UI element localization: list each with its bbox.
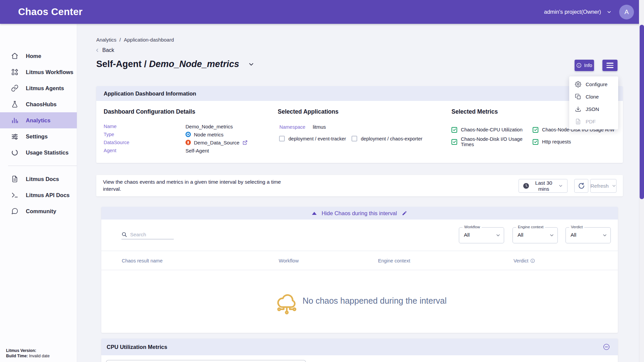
collapse-minus-icon[interactable] (603, 344, 610, 350)
info-circle-icon[interactable] (530, 258, 535, 263)
refresh-button[interactable] (574, 179, 588, 193)
namespace-value: litmus (313, 124, 326, 130)
chevron-down-icon (602, 233, 607, 238)
metric-checkbox-disk-times[interactable]: Chaos-Node-Disk I/O Usage Times (451, 136, 533, 147)
verdict-filter-value: All (571, 232, 576, 238)
engine-context-filter-label: Engine context (516, 225, 545, 229)
sidebar-item-settings[interactable]: Settings (0, 128, 77, 144)
sidebar-item-label: Analytics (26, 117, 50, 124)
version-info: Litmus Version: Build Time: Invalid date (6, 348, 50, 359)
version-label: Litmus Version: (6, 348, 36, 353)
app-checkbox-event-tracker[interactable]: deployment / event-tracker (279, 136, 346, 141)
verdict-filter[interactable]: Verdict All (566, 227, 611, 243)
config-row-name: Name Demo_Node_metrics (104, 122, 248, 130)
sidebar-item-chaoshubs[interactable]: ChaosHubs (0, 96, 77, 112)
menu-item-configure[interactable]: Configure (569, 78, 618, 90)
page-scrollbar[interactable] (639, 0, 644, 362)
checkbox-checked-icon (533, 139, 538, 145)
config-row-datasource: DataSource Demo_Data_Source (104, 138, 248, 146)
config-row-type: Type Node metrics (104, 130, 248, 138)
back-button[interactable]: Back (95, 47, 114, 53)
sidebar-item-litmus-api-docs[interactable]: Litmus API Docs (0, 187, 77, 203)
column-chaos-result-name: Chaos result name (122, 258, 163, 263)
page-title: Self-Agent / Demo_Node_metrics (96, 59, 239, 69)
search-field[interactable] (121, 232, 174, 239)
menu-item-label: JSON (586, 106, 599, 112)
sidebar-item-label: Usage Statistics (26, 149, 68, 156)
configuration-rows: Name Demo_Node_metrics Type Node metrics… (104, 122, 248, 155)
dashboard-info-title: Application Dashboard Information (104, 90, 196, 97)
name-label: Name (104, 124, 185, 129)
dashboard-info-panel: Application Dashboard Information Dashbo… (96, 86, 623, 163)
menu-item-clone[interactable]: Clone (569, 90, 618, 103)
type-value: Node metrics (194, 132, 223, 137)
download-icon (575, 106, 581, 112)
terminal-icon (11, 191, 18, 199)
time-range-selector[interactable]: Last 30 mins (519, 179, 568, 193)
engine-context-filter[interactable]: Engine context All (513, 227, 558, 243)
sidebar-item-litmus-agents[interactable]: Litmus Agents (0, 80, 77, 96)
sidebar-item-label: Community (26, 208, 56, 215)
sidebar-item-home[interactable]: Home (0, 48, 77, 64)
scrollbar-thumb[interactable] (640, 25, 644, 199)
sidebar-item-label: Settings (26, 133, 48, 140)
type-label: Type (104, 132, 185, 137)
refresh-rate-selector[interactable]: Refresh (590, 179, 616, 193)
project-switcher[interactable]: admin's project(Owner) (544, 9, 612, 15)
usage-icon (11, 149, 18, 156)
sidebar-item-community[interactable]: Community (0, 203, 77, 219)
app-checkbox-chaos-exporter[interactable]: deployment / chaos-exporter (352, 136, 423, 141)
home-icon (11, 52, 18, 60)
metric-checkbox-cpu[interactable]: Chaos-Node-CPU Utilization (451, 127, 533, 133)
external-link-icon[interactable] (243, 140, 248, 145)
refresh-rate-label: Refresh (590, 183, 608, 189)
metric-option-label: Http requests (542, 139, 571, 144)
column-workflow: Workflow (279, 258, 299, 263)
triangle-up-icon (312, 212, 317, 215)
applications-title: Selected Applications (278, 108, 338, 115)
menu-item-pdf[interactable]: PDF (569, 115, 618, 128)
top-header: Chaos Center admin's project(Owner) A (0, 0, 644, 24)
configuration-title: Dashboard Configuration Details (104, 108, 195, 115)
cpu-metrics-panel: CPU Utilization Metrics (101, 339, 618, 362)
sidebar-item-analytics[interactable]: Analytics (0, 112, 77, 128)
sidebar-item-label: Litmus API Docs (26, 192, 70, 198)
title-agent: Self-Agent / (96, 59, 147, 69)
hide-chaos-toggle[interactable]: Hide Chaos during this interval (101, 207, 618, 220)
workflow-filter[interactable]: Workflow All (459, 227, 504, 243)
empty-state-message: No chaos happened during the interval (303, 296, 446, 306)
menu-item-json[interactable]: JSON (569, 103, 618, 115)
sidebar-item-litmus-workflows[interactable]: Litmus Workflows (0, 64, 77, 80)
topbar-right: admin's project(Owner) A (544, 5, 634, 19)
workflows-icon (11, 68, 18, 76)
app-option-label: deployment / event-tracker (288, 136, 346, 141)
sidebar-item-litmus-docs[interactable]: Litmus Docs (0, 171, 77, 187)
chevron-down-icon (495, 233, 501, 238)
application-options: deployment / event-tracker deployment / … (279, 136, 422, 141)
back-label: Back (102, 47, 114, 53)
search-icon (121, 232, 127, 237)
verdict-filter-label: Verdict (569, 225, 584, 229)
document-icon (11, 175, 18, 183)
sidebar-item-usage-statistics[interactable]: Usage Statistics (0, 144, 77, 161)
chat-icon (11, 207, 18, 215)
node-metrics-icon (185, 132, 191, 137)
checkbox-unchecked-icon (352, 136, 357, 141)
namespace-label: Namespace (279, 124, 305, 130)
search-input[interactable] (130, 232, 170, 237)
name-value: Demo_Node_metrics (185, 124, 233, 129)
gear-icon (575, 81, 581, 87)
dashboard-switcher-chevron-icon[interactable] (248, 61, 255, 68)
breadcrumb-analytics[interactable]: Analytics (96, 37, 116, 43)
info-button[interactable]: Info (575, 60, 594, 71)
avatar[interactable]: A (619, 5, 634, 19)
namespace-row: Namespace litmus (279, 124, 326, 130)
pencil-icon[interactable] (402, 210, 407, 216)
file-icon (575, 118, 581, 125)
chevron-down-icon (558, 183, 563, 188)
hamburger-menu-button[interactable] (602, 60, 618, 71)
agent-value: Self-Agent (185, 148, 209, 154)
metric-checkbox-http[interactable]: Http requests (533, 139, 614, 145)
chaos-table-panel: Hide Chaos during this interval Workflow… (101, 207, 618, 333)
clock-icon (523, 183, 529, 189)
